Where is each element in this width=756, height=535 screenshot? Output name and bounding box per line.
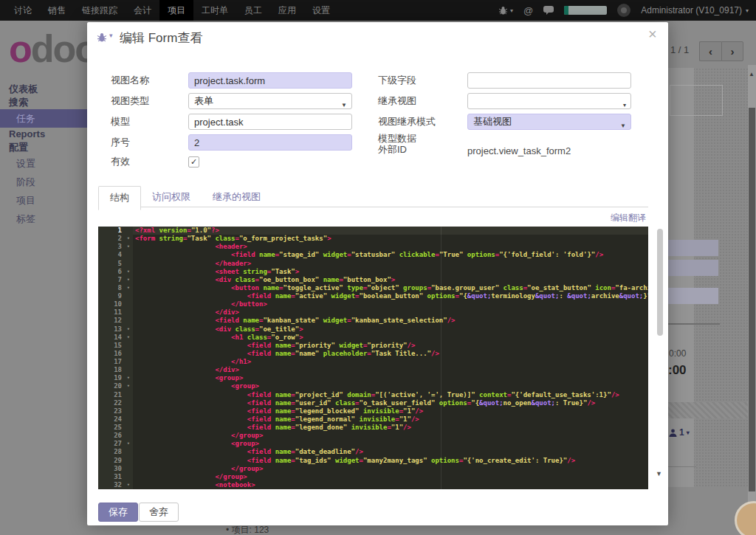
gutter-line: 11 xyxy=(98,308,133,317)
nav-menu-2[interactable]: 销售 xyxy=(40,0,74,21)
mentions-at-icon[interactable]: @ xyxy=(523,5,533,16)
scroll-down-icon[interactable]: ▼ xyxy=(656,470,662,477)
gutter-line: 19▾ xyxy=(98,374,133,382)
divider xyxy=(668,323,720,325)
view-name-input[interactable] xyxy=(188,72,352,89)
modal-scrollbar-thumb[interactable] xyxy=(657,229,663,336)
nav-menu-4[interactable]: 会计 xyxy=(126,0,159,21)
code-line: <sheet string="Task"> xyxy=(135,268,648,276)
gutter-line: 13▾ xyxy=(98,325,133,334)
code-line: <group> xyxy=(135,440,648,448)
odoo-logo: odoo xyxy=(9,27,97,71)
debug-bug-icon[interactable] xyxy=(97,32,107,45)
gutter-line: 31 xyxy=(98,473,133,481)
code-line: </h1> xyxy=(135,358,648,366)
discard-button[interactable]: 舍弃 xyxy=(139,503,179,522)
sidebar-item-4[interactable]: Reports xyxy=(0,128,87,141)
scroll-up-icon[interactable]: ▲ xyxy=(749,71,755,77)
chat-bubble-icon[interactable] xyxy=(543,6,554,15)
timer-widget[interactable] xyxy=(564,6,607,15)
nav-menu-1[interactable]: 讨论 xyxy=(6,0,40,21)
nav-menu-8[interactable]: 应用 xyxy=(270,0,304,21)
chat-glyph xyxy=(543,6,554,15)
inheritance-mode-select[interactable]: 基础视图 ▼ xyxy=(467,114,631,130)
screen: 讨论销售链接跟踪会计项目工时单员工应用设置 ▾ @ Administrator … xyxy=(0,0,756,535)
view-name-label: 视图名称 xyxy=(111,72,149,89)
code-line: <field name="tag_ids" widget="many2many_… xyxy=(135,457,648,465)
code-editor[interactable]: 12▾3▾456▾7▾8▾910111213▾14▾1516171819▾20▾… xyxy=(98,227,648,489)
page-scrollbar-thumb[interactable] xyxy=(749,108,755,491)
list-item: 项目: 123 xyxy=(226,524,269,535)
sidebar-item-3[interactable]: 任务 xyxy=(0,109,87,128)
dialog-title: 编辑 Form查看 xyxy=(120,30,202,46)
sidebar-item-7[interactable]: 阶段 xyxy=(0,173,87,191)
gutter-line: 12 xyxy=(98,317,133,325)
save-button[interactable]: 保存 xyxy=(98,503,138,522)
view-type-label: 视图类型 xyxy=(111,93,149,109)
person-icon xyxy=(669,429,677,437)
debug-bug-icon[interactable]: ▾ xyxy=(498,6,513,15)
sidebar-item-5[interactable]: 配置 xyxy=(0,141,87,154)
user-menu[interactable]: Administrator (V10_0917) ▾ xyxy=(641,5,749,15)
code-line: <notebook> xyxy=(135,481,648,489)
sidebar-item-2[interactable]: 搜索 xyxy=(0,96,87,109)
pager-next-button[interactable]: › xyxy=(721,41,743,61)
code-line: <field name="legend_normal" invisible="1… xyxy=(135,415,648,424)
navbar-menus: 讨论销售链接跟踪会计项目工时单员工应用设置 xyxy=(0,0,338,21)
followers-widget: 1 ▾ xyxy=(669,427,690,438)
chevron-down-icon[interactable]: ▾ xyxy=(109,32,113,39)
timesheet-hours: 0:00 xyxy=(669,348,686,359)
gutter-line: 16 xyxy=(98,350,133,358)
sidebar-item-8[interactable]: 项目 xyxy=(0,191,87,210)
followers-count: 1 xyxy=(679,427,684,438)
divider xyxy=(668,466,696,467)
code-line: <group> xyxy=(135,382,648,390)
gutter-line: 1 xyxy=(98,227,133,235)
external-id-label-line2: 外部ID xyxy=(378,144,416,155)
gutter-line: 6▾ xyxy=(98,268,133,276)
logo-letter: o xyxy=(9,27,31,70)
gutter-line: 20▾ xyxy=(98,382,133,390)
dimmed-chip xyxy=(668,288,718,304)
child-field-input[interactable] xyxy=(467,72,631,89)
inherited-view-label: 继承视图 xyxy=(378,93,416,109)
bug-glyph xyxy=(498,6,508,15)
pager-prev-button[interactable]: ‹ xyxy=(699,41,721,61)
nav-menu-6[interactable]: 工时单 xyxy=(193,0,236,21)
view-type-select[interactable]: 表单 ▼ xyxy=(188,93,352,109)
user-avatar xyxy=(617,4,630,17)
dimmed-field-box xyxy=(670,85,723,116)
external-id-label: 模型数据 外部ID xyxy=(378,133,416,155)
select-caret-icon: ▼ xyxy=(341,98,347,113)
inherited-view-select[interactable]: ▾ xyxy=(467,93,631,109)
livechat-avatar-button[interactable] xyxy=(735,501,756,535)
tab-3[interactable]: 继承的视图 xyxy=(202,186,272,210)
nav-menu-7[interactable]: 员工 xyxy=(236,0,270,21)
code-line: </button> xyxy=(135,300,648,308)
chevron-down-icon: ▾ xyxy=(510,7,513,14)
code-line: <field name="project_id" domain="[('acti… xyxy=(135,391,648,399)
edit-translations-link[interactable]: 编辑翻译 xyxy=(611,212,646,224)
model-label: 模型 xyxy=(111,114,130,130)
nav-menu-5[interactable]: 项目 xyxy=(159,0,193,21)
gutter-line: 26 xyxy=(98,432,133,440)
pager-label: 1 / 1 xyxy=(670,44,689,55)
code-line: <div class="oe_title"> xyxy=(135,325,648,334)
sidebar-item-1[interactable]: 仪表板 xyxy=(0,83,87,96)
active-checkbox[interactable]: ✓ xyxy=(188,156,199,168)
tab-1[interactable]: 结构 xyxy=(98,186,141,210)
code-line: <form string="Task" class="o_form_projec… xyxy=(135,235,648,243)
chevron-down-icon: ▾ xyxy=(746,7,749,14)
sequence-input[interactable] xyxy=(188,134,352,151)
gutter-line: 17 xyxy=(98,358,133,366)
model-input[interactable] xyxy=(188,114,352,130)
editor-gutter: 12▾3▾456▾7▾8▾910111213▾14▾1516171819▾20▾… xyxy=(98,227,133,489)
nav-menu-3[interactable]: 链接跟踪 xyxy=(74,0,126,21)
tab-2[interactable]: 访问权限 xyxy=(141,186,202,210)
nav-menu-9[interactable]: 设置 xyxy=(304,0,338,21)
child-field-label: 下级字段 xyxy=(378,72,416,89)
sidebar-item-6[interactable]: 设置 xyxy=(0,154,87,173)
close-icon[interactable]: × xyxy=(648,27,657,41)
code-line: </div> xyxy=(135,308,648,317)
sidebar-item-9[interactable]: 标签 xyxy=(0,210,87,228)
